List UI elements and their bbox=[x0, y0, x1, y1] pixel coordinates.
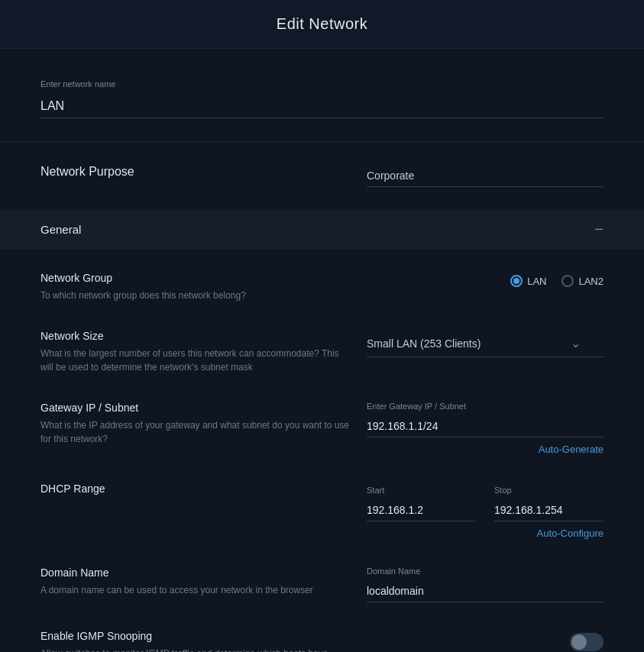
gateway-ip-left: Gateway IP / Subnet What is the IP addre… bbox=[40, 402, 350, 446]
domain-name-row: Domain Name A domain name can be used to… bbox=[40, 566, 604, 602]
page-header: Edit Network bbox=[0, 0, 644, 49]
network-name-input[interactable] bbox=[40, 95, 604, 118]
dhcp-start-input[interactable] bbox=[367, 499, 476, 521]
dhcp-stop-input[interactable] bbox=[494, 499, 604, 521]
network-group-row: Network Group To which network group doe… bbox=[40, 272, 604, 302]
network-purpose-row: Network Purpose Corporate bbox=[40, 165, 604, 187]
radio-circle-lan bbox=[510, 275, 523, 287]
igmp-snooping-toggle-wrap bbox=[367, 630, 604, 651]
auto-generate-link[interactable]: Auto-Generate bbox=[367, 444, 604, 455]
network-size-row: Network Size What is the largest number … bbox=[40, 330, 604, 374]
gateway-ip-title: Gateway IP / Subnet bbox=[40, 402, 350, 414]
domain-name-field-group: Domain Name bbox=[367, 566, 604, 602]
dhcp-stop-field: Stop bbox=[494, 486, 604, 521]
gateway-ip-input[interactable] bbox=[367, 415, 604, 437]
radio-label-lan: LAN bbox=[527, 276, 546, 287]
radio-circle-lan2 bbox=[561, 275, 574, 287]
network-size-title: Network Size bbox=[40, 330, 350, 342]
page-title: Edit Network bbox=[15, 15, 629, 33]
dhcp-start-field: Start bbox=[367, 486, 476, 521]
radio-label-lan2: LAN2 bbox=[578, 276, 604, 287]
radio-option-lan[interactable]: LAN bbox=[510, 275, 546, 287]
general-collapse-icon[interactable]: − bbox=[594, 221, 604, 238]
igmp-snooping-row: Enable IGMP Snooping Allow switches to m… bbox=[40, 630, 604, 652]
network-group-title: Network Group bbox=[40, 272, 350, 284]
network-size-select-wrap[interactable]: Small LAN (253 Clients) ⌄ bbox=[367, 330, 604, 357]
gateway-ip-input-label: Enter Gateway IP / Subnet bbox=[367, 402, 604, 411]
dhcp-range-right: Start Stop Auto-Configure bbox=[367, 483, 604, 539]
auto-configure-link[interactable]: Auto-Configure bbox=[367, 528, 604, 539]
chevron-down-icon: ⌄ bbox=[571, 336, 581, 350]
igmp-snooping-right bbox=[367, 630, 604, 651]
domain-name-right: Domain Name bbox=[367, 566, 604, 602]
network-group-radio-group: LAN LAN2 bbox=[367, 272, 604, 287]
toggle-knob bbox=[571, 634, 587, 650]
main-content: Enter network name Network Purpose Corpo… bbox=[0, 49, 644, 652]
domain-name-input[interactable] bbox=[367, 580, 604, 602]
network-group-right: LAN LAN2 bbox=[367, 272, 604, 287]
network-size-left: Network Size What is the largest number … bbox=[40, 330, 350, 374]
domain-name-input-label: Domain Name bbox=[367, 566, 604, 576]
general-section-bar[interactable]: General − bbox=[0, 210, 644, 249]
dhcp-range-left: DHCP Range bbox=[40, 483, 350, 499]
network-size-select[interactable]: Small LAN (253 Clients) ⌄ bbox=[367, 330, 604, 357]
dhcp-range-title: DHCP Range bbox=[40, 483, 350, 495]
network-purpose-select-wrap: Corporate bbox=[367, 165, 604, 187]
general-section-title: General bbox=[40, 223, 81, 236]
gateway-ip-field-group: Enter Gateway IP / Subnet Auto-Generate bbox=[367, 402, 604, 455]
dhcp-start-label: Start bbox=[367, 486, 476, 495]
network-group-left: Network Group To which network group doe… bbox=[40, 272, 350, 302]
dhcp-range-row: DHCP Range Start Stop Auto-Configure bbox=[40, 483, 604, 539]
network-name-field: Enter network name bbox=[40, 79, 604, 118]
gateway-ip-row: Gateway IP / Subnet What is the IP addre… bbox=[40, 402, 604, 455]
radio-option-lan2[interactable]: LAN2 bbox=[561, 275, 604, 287]
gateway-ip-desc: What is the IP address of your gateway a… bbox=[40, 418, 350, 446]
igmp-snooping-left: Enable IGMP Snooping Allow switches to m… bbox=[40, 630, 350, 652]
domain-name-desc: A domain name can be used to access your… bbox=[40, 583, 350, 597]
network-purpose-label: Network Purpose bbox=[40, 165, 134, 179]
network-size-value: Small LAN (253 Clients) bbox=[367, 337, 481, 350]
dhcp-stop-label: Stop bbox=[494, 486, 604, 495]
divider-1 bbox=[0, 141, 644, 142]
domain-name-left: Domain Name A domain name can be used to… bbox=[40, 566, 350, 597]
domain-name-title: Domain Name bbox=[40, 566, 350, 579]
igmp-snooping-toggle[interactable] bbox=[570, 633, 604, 651]
network-purpose-value[interactable]: Corporate bbox=[367, 165, 604, 187]
network-size-right: Small LAN (253 Clients) ⌄ bbox=[367, 330, 604, 357]
network-name-label: Enter network name bbox=[40, 79, 604, 89]
gateway-ip-right: Enter Gateway IP / Subnet Auto-Generate bbox=[367, 402, 604, 455]
igmp-snooping-title: Enable IGMP Snooping bbox=[40, 630, 350, 642]
network-group-desc: To which network group does this network… bbox=[40, 289, 350, 302]
igmp-snooping-desc: Allow switches to monitor IGMP traffic a… bbox=[40, 647, 350, 652]
network-size-desc: What is the largest number of users this… bbox=[40, 347, 350, 374]
dhcp-inputs-row: Start Stop bbox=[367, 486, 604, 521]
